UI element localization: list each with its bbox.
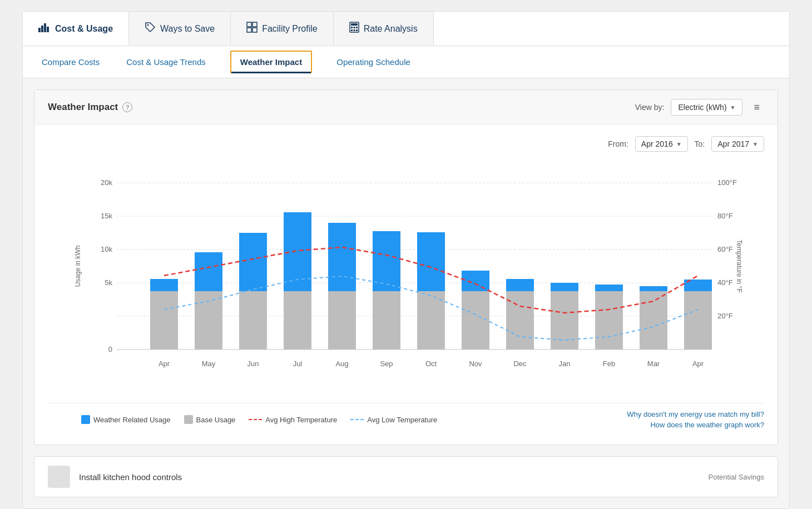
chart-header: Weather Impact ? View by: Electric (kWh)… (34, 90, 778, 125)
date-controls: From: Apr 2016 To: Apr 2017 (48, 136, 764, 152)
legend-links: Why doesn't my energy use match my bill?… (627, 410, 764, 429)
bottom-card: Install kitchen hood controls Potential … (34, 456, 778, 497)
bar-mar-weather (640, 286, 667, 291)
svg-text:5k: 5k (105, 278, 112, 287)
legend-weather-related: Weather Related Usage (81, 415, 171, 424)
subtab-operating-schedule[interactable]: Operating Schedule (334, 48, 413, 76)
legend-avg-low-temp: Avg Low Temperature (350, 416, 437, 424)
kitchen-hood-icon (48, 466, 70, 488)
calculator-icon (349, 22, 359, 36)
chart-area: 20k 15k 10k 5k 0 100°F 80°F 60°F 40°F 20… (48, 161, 764, 396)
from-label: From: (608, 139, 628, 148)
svg-text:Dec: Dec (513, 360, 527, 368)
svg-rect-12 (353, 27, 355, 28)
potential-savings-label: Potential Savings (709, 473, 764, 481)
chart-legend: Weather Related Usage Base Usage Avg Hig… (48, 403, 764, 433)
svg-rect-0 (38, 28, 41, 32)
bar-jan-weather (551, 283, 578, 291)
svg-rect-10 (351, 23, 358, 26)
svg-text:60°F: 60°F (717, 245, 733, 253)
tab-ways-to-save-label: Ways to Save (160, 24, 215, 34)
bar-jun-weather (239, 233, 267, 291)
svg-text:15k: 15k (101, 212, 112, 220)
subtab-cost-usage-trends[interactable]: Cost & Usage Trends (124, 48, 208, 76)
chart-svg: 20k 15k 10k 5k 0 100°F 80°F 60°F 40°F 20… (48, 161, 764, 394)
svg-rect-5 (247, 22, 251, 27)
bar-nov-weather (462, 271, 489, 291)
link-energy-bill[interactable]: Why doesn't my energy use match my bill? (627, 410, 764, 418)
bar-apr-base (150, 291, 178, 350)
svg-text:10k: 10k (101, 245, 112, 253)
subtab-compare-costs[interactable]: Compare Costs (39, 48, 102, 76)
to-label: To: (695, 139, 705, 148)
svg-text:Jan: Jan (559, 360, 571, 368)
legend-avg-high-temp: Avg High Temperature (249, 416, 337, 424)
tab-rate-analysis-label: Rate Analysis (364, 24, 418, 34)
svg-text:Aug: Aug (335, 360, 348, 368)
svg-text:Usage in kWh: Usage in kWh (74, 246, 82, 287)
bar-may-weather (195, 252, 222, 291)
bar-feb-weather (595, 285, 623, 291)
main-container: Cost & Usage Ways to Save Facility Pro (22, 11, 790, 509)
svg-rect-13 (356, 27, 358, 28)
legend-swatch-blue (81, 415, 90, 424)
svg-point-4 (147, 24, 149, 26)
view-by-label: View by: (635, 103, 665, 112)
svg-text:20k: 20k (101, 178, 112, 187)
svg-text:Mar: Mar (647, 360, 660, 368)
chart-controls: View by: Electric (kWh) ≡ (635, 99, 764, 116)
svg-text:40°F: 40°F (717, 278, 733, 287)
svg-rect-1 (41, 26, 43, 32)
subtab-weather-impact[interactable]: Weather Impact (230, 51, 312, 73)
tab-facility-profile-label: Facility Profile (262, 24, 318, 34)
tab-facility-profile[interactable]: Facility Profile (231, 12, 334, 46)
svg-rect-11 (351, 27, 353, 28)
svg-text:Feb: Feb (603, 360, 615, 368)
to-dropdown[interactable]: Apr 2017 (711, 136, 764, 152)
bar-may-base (195, 291, 222, 350)
chart-menu-icon[interactable]: ≡ (749, 99, 764, 116)
bar-jan-base (551, 291, 578, 350)
link-weather-graph[interactable]: How does the weather graph work? (650, 421, 764, 429)
chart-icon (38, 22, 51, 35)
bottom-card-title: Install kitchen hood controls (79, 472, 709, 482)
bar-dec-weather (506, 279, 534, 291)
bar-nov-base (462, 291, 489, 350)
view-by-dropdown[interactable]: Electric (kWh) (671, 99, 742, 116)
tag-icon (145, 22, 156, 36)
grid-icon (246, 22, 258, 36)
weather-impact-card: Weather Impact ? View by: Electric (kWh)… (34, 89, 778, 445)
bar-jun-base (239, 291, 267, 350)
bar-aug-base (328, 291, 356, 350)
bar-aug-weather (328, 223, 356, 291)
bar-apr-weather (150, 279, 178, 291)
from-dropdown[interactable]: Apr 2016 (635, 136, 688, 152)
tab-ways-to-save[interactable]: Ways to Save (129, 12, 231, 46)
svg-rect-3 (47, 27, 49, 32)
svg-rect-6 (252, 22, 257, 27)
chart-body: From: Apr 2016 To: Apr 2017 (34, 125, 778, 445)
svg-text:Jul: Jul (293, 360, 303, 368)
tab-cost-usage[interactable]: Cost & Usage (23, 12, 129, 46)
tab-cost-usage-label: Cost & Usage (55, 24, 113, 34)
svg-text:Apr: Apr (159, 360, 170, 368)
svg-text:Jun: Jun (247, 360, 259, 368)
bar-mar-base (640, 291, 667, 350)
legend-line-red (249, 419, 262, 421)
tab-rate-analysis[interactable]: Rate Analysis (334, 12, 434, 46)
svg-rect-8 (252, 28, 257, 32)
help-icon[interactable]: ? (122, 102, 132, 112)
bar-jul-base (284, 291, 311, 350)
svg-rect-15 (353, 29, 355, 31)
svg-rect-2 (44, 23, 46, 32)
svg-text:80°F: 80°F (717, 212, 733, 220)
svg-rect-7 (247, 28, 251, 32)
main-content: Weather Impact ? View by: Electric (kWh)… (23, 78, 789, 508)
legend-line-lightblue (350, 419, 364, 421)
sub-navigation: Compare Costs Cost & Usage Trends Weathe… (23, 46, 789, 78)
top-navigation: Cost & Usage Ways to Save Facility Pro (23, 12, 789, 46)
bar-apr2-base (684, 291, 712, 350)
svg-text:Temperature in °F: Temperature in °F (735, 239, 743, 293)
bar-dec-base (506, 291, 534, 350)
bar-feb-base (595, 291, 623, 350)
